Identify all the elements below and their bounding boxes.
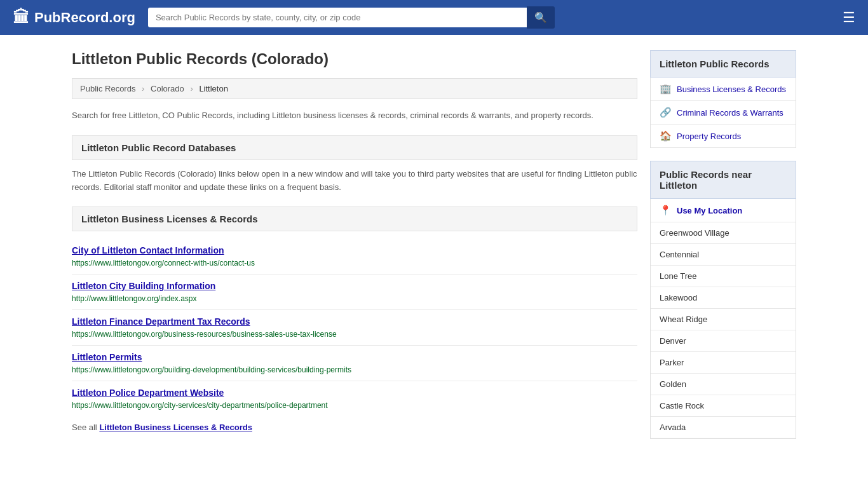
nearby-item-2[interactable]: Centennial	[651, 244, 796, 266]
sidebar-link-2[interactable]: 🏠Property Records	[651, 125, 796, 147]
search-button[interactable]: 🔍	[527, 6, 555, 29]
nearby-label-5: Wheat Ridge	[660, 315, 707, 324]
nearby-item-0[interactable]: 📍Use My Location	[651, 199, 796, 222]
sidebar-link-icon-2: 🏠	[660, 130, 672, 142]
see-all-prefix: See all	[72, 423, 99, 432]
see-all-line: See all Littleton Business Licenses & Re…	[72, 416, 637, 435]
sidebar-title: Littleton Public Records	[650, 50, 796, 78]
nearby-label-0: Use My Location	[677, 206, 742, 215]
nearby-label-7: Parker	[660, 358, 684, 367]
record-link-3[interactable]: Littleton Permits	[72, 352, 637, 362]
breadcrumb-littleton: Littleton	[199, 84, 228, 93]
nearby-item-9[interactable]: Castle Rock	[651, 395, 796, 417]
record-entry: City of Littleton Contact Information ht…	[72, 239, 637, 274]
record-entry: Littleton Finance Department Tax Records…	[72, 310, 637, 346]
nearby-item-8[interactable]: Golden	[651, 374, 796, 395]
records-list: City of Littleton Contact Information ht…	[72, 239, 637, 416]
breadcrumb-separator-1: ›	[142, 84, 144, 93]
nearby-label-3: Lone Tree	[660, 271, 697, 281]
nearby-item-1[interactable]: Greenwood Village	[651, 222, 796, 244]
sidebar-link-label-0: Business Licenses & Records	[677, 85, 786, 94]
sidebar-link-icon-0: 🏢	[660, 83, 672, 95]
nearby-title: Public Records near Littleton	[650, 161, 796, 199]
search-input[interactable]	[148, 8, 527, 27]
sidebar-link-1[interactable]: 🔗Criminal Records & Warrants	[651, 101, 796, 125]
sidebar-links: 🏢Business Licenses & Records🔗Criminal Re…	[650, 78, 796, 148]
breadcrumb-colorado[interactable]: Colorado	[151, 84, 184, 93]
record-url-0: https://www.littletongov.org/connect-wit…	[72, 259, 255, 268]
menu-icon: ☰	[843, 10, 855, 25]
nearby-label-9: Castle Rock	[660, 401, 704, 410]
search-icon: 🔍	[534, 12, 547, 23]
record-link-0[interactable]: City of Littleton Contact Information	[72, 245, 637, 255]
nearby-item-7[interactable]: Parker	[651, 352, 796, 374]
nearby-item-4[interactable]: Lakewood	[651, 287, 796, 309]
location-icon: 📍	[660, 205, 672, 216]
nearby-list: 📍Use My LocationGreenwood VillageCentenn…	[650, 199, 796, 439]
nearby-item-5[interactable]: Wheat Ridge	[651, 309, 796, 330]
search-bar: 🔍	[148, 6, 555, 29]
site-header: 🏛 PubRecord.org 🔍 ☰	[0, 0, 868, 35]
logo[interactable]: 🏛 PubRecord.org	[13, 8, 135, 27]
databases-section-header: Littleton Public Record Databases	[72, 135, 637, 160]
record-link-1[interactable]: Littleton City Building Information	[72, 281, 637, 291]
record-entry: Littleton City Building Information http…	[72, 274, 637, 310]
see-all-link[interactable]: Littleton Business Licenses & Records	[99, 423, 252, 432]
sidebar-link-icon-1: 🔗	[660, 107, 672, 118]
sidebar-link-0[interactable]: 🏢Business Licenses & Records	[651, 78, 796, 101]
nearby-item-10[interactable]: Arvada	[651, 417, 796, 438]
nearby-item-3[interactable]: Lone Tree	[651, 266, 796, 287]
databases-description: The Littleton Public Records (Colorado) …	[72, 168, 637, 194]
sidebar-link-label-2: Property Records	[677, 132, 741, 141]
record-entry: Littleton Police Department Website http…	[72, 381, 637, 416]
record-link-2[interactable]: Littleton Finance Department Tax Records	[72, 316, 637, 327]
menu-button[interactable]: ☰	[843, 10, 855, 26]
main-content: Littleton Public Records (Colorado) Publ…	[72, 50, 637, 439]
nearby-item-6[interactable]: Denver	[651, 330, 796, 352]
nearby-label-1: Greenwood Village	[660, 228, 729, 238]
record-url-3: https://www.littletongov.org/building-de…	[72, 365, 351, 374]
breadcrumb-separator-2: ›	[190, 84, 193, 93]
nearby-label-4: Lakewood	[660, 293, 697, 302]
record-url-4: https://www.littletongov.org/city-servic…	[72, 401, 328, 410]
page-description: Search for free Littleton, CO Public Rec…	[72, 109, 637, 123]
nearby-label-10: Arvada	[660, 423, 686, 432]
record-url-2: https://www.littletongov.org/business-re…	[72, 330, 337, 339]
record-entry: Littleton Permits https://www.littletong…	[72, 346, 637, 381]
record-link-4[interactable]: Littleton Police Department Website	[72, 388, 637, 398]
content-wrapper: Littleton Public Records (Colorado) Publ…	[59, 35, 809, 454]
sidebar: Littleton Public Records 🏢Business Licen…	[650, 50, 796, 439]
logo-text: PubRecord.org	[34, 10, 135, 26]
nearby-label-6: Denver	[660, 336, 686, 346]
breadcrumb-public-records[interactable]: Public Records	[80, 84, 135, 93]
breadcrumb: Public Records › Colorado › Littleton	[72, 78, 637, 99]
business-section-header: Littleton Business Licenses & Records	[72, 207, 637, 231]
nearby-label-8: Golden	[660, 379, 686, 389]
sidebar-link-label-1: Criminal Records & Warrants	[677, 108, 783, 118]
record-url-1: http://www.littletongov.org/index.aspx	[72, 294, 197, 303]
nearby-label-2: Centennial	[660, 250, 699, 259]
logo-icon: 🏛	[13, 8, 29, 27]
page-title: Littleton Public Records (Colorado)	[72, 50, 637, 68]
